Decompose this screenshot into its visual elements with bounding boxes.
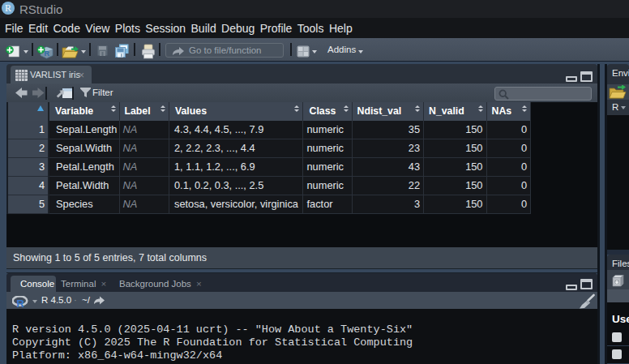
svg-text:R: R bbox=[45, 49, 50, 58]
svg-text:R: R bbox=[16, 298, 24, 308]
